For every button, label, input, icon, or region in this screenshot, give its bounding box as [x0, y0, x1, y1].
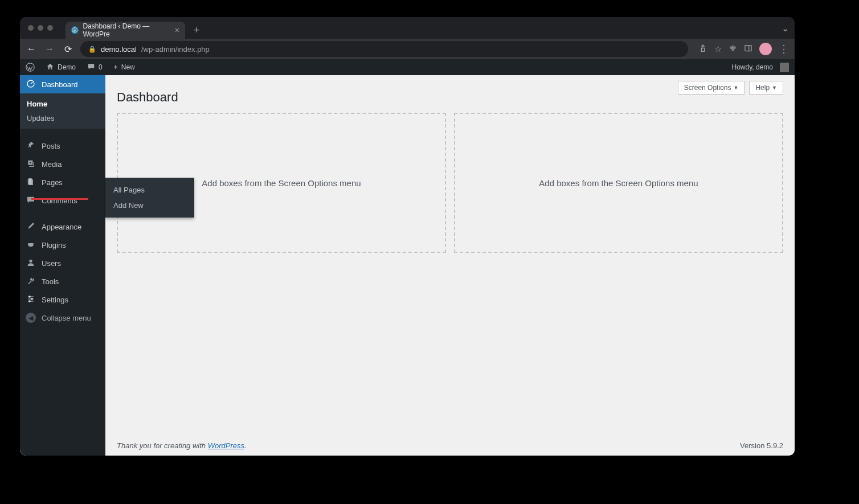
sidebar-item-pages[interactable]: Pages: [20, 173, 105, 191]
sidebar-item-tools[interactable]: Tools: [20, 272, 105, 290]
placeholder-text: Add boxes from the Screen Options menu: [539, 178, 698, 188]
sidebar-item-label: Pages: [42, 178, 63, 187]
svg-point-6: [30, 162, 31, 163]
collapse-icon: ◀: [26, 313, 36, 323]
comment-icon: [87, 63, 95, 72]
sidebar-item-users[interactable]: Users: [20, 254, 105, 272]
screen-meta-links: Screen Options ▼ Help ▼: [678, 81, 783, 95]
media-icon: [26, 159, 36, 170]
triangle-down-icon: ▼: [733, 85, 738, 91]
help-label: Help: [755, 84, 770, 92]
sidebar-item-settings[interactable]: Settings: [20, 290, 105, 309]
home-icon: [46, 63, 54, 72]
sidebar-item-label: Media: [42, 160, 62, 169]
url-host: demo.local: [101, 45, 137, 54]
browser-tabstrip: Dashboard ‹ Demo — WordPre × + ⌄: [20, 17, 795, 39]
tab-close-icon[interactable]: ×: [175, 26, 179, 35]
address-bar[interactable]: 🔒 demo.local/wp-admin/index.php: [80, 41, 688, 57]
plus-icon: +: [114, 63, 118, 71]
svg-rect-1: [745, 46, 751, 51]
adminbar-new[interactable]: + New: [108, 59, 141, 75]
sidebar-item-plugins[interactable]: Plugins: [20, 236, 105, 254]
page-icon: [26, 177, 36, 188]
adminbar-avatar: [780, 63, 789, 72]
plug-icon: [26, 240, 36, 251]
extensions-icon[interactable]: [729, 44, 737, 54]
admin-sidebar: Dashboard Home Updates Posts: [20, 75, 105, 456]
url-path: /wp-admin/index.php: [141, 45, 210, 54]
svg-rect-7: [28, 179, 32, 184]
svg-point-12: [29, 296, 31, 297]
footer-wp-link[interactable]: WordPress: [208, 441, 244, 450]
collapse-label: Collapse menu: [42, 314, 91, 322]
sidepanel-icon[interactable]: [744, 44, 752, 54]
adminbar-site-link[interactable]: Demo: [40, 59, 81, 75]
svg-point-14: [29, 300, 31, 302]
adminbar-account[interactable]: Howdy, demo: [726, 63, 795, 72]
browser-window: Dashboard ‹ Demo — WordPre × + ⌄ ← → ⟳ 🔒…: [20, 17, 795, 456]
sidebar-item-dashboard[interactable]: Dashboard: [20, 75, 105, 93]
back-button[interactable]: ←: [26, 44, 37, 54]
brush-icon: [26, 222, 36, 232]
window-max-dot[interactable]: [47, 25, 53, 31]
sidebar-item-appearance[interactable]: Appearance: [20, 218, 105, 236]
lock-icon: 🔒: [88, 46, 96, 53]
sidebar-item-label: Settings: [42, 296, 68, 304]
tab-title: Dashboard ‹ Demo — WordPre: [83, 22, 168, 38]
user-icon: [26, 258, 36, 269]
sidebar-item-label: Plugins: [42, 241, 66, 249]
window-close-dot[interactable]: [28, 25, 34, 31]
screen-options-toggle[interactable]: Screen Options ▼: [678, 81, 745, 95]
dashboard-icon: [26, 79, 36, 90]
placeholder-text: Add boxes from the Screen Options menu: [202, 178, 361, 188]
submenu-home[interactable]: Home: [20, 97, 105, 111]
adminbar-howdy: Howdy, demo: [732, 63, 773, 71]
tabs-dropdown-icon[interactable]: ⌄: [782, 23, 789, 34]
collapse-menu[interactable]: ◀ Collapse menu: [20, 309, 105, 327]
profile-avatar[interactable]: [759, 43, 772, 55]
sidebar-item-label: Dashboard: [42, 80, 78, 89]
browser-menu-icon[interactable]: ⋮: [779, 43, 789, 55]
flyout-all-pages[interactable]: All Pages: [105, 182, 194, 198]
sidebar-item-comments[interactable]: Comments: [20, 191, 105, 210]
share-icon[interactable]: [698, 44, 707, 55]
footer-thankyou: Thank you for creating with WordPress.: [117, 441, 247, 450]
triangle-down-icon: ▼: [772, 85, 777, 91]
annotation-underline-pages: [31, 198, 88, 200]
svg-point-8: [29, 259, 32, 262]
browser-tab[interactable]: Dashboard ‹ Demo — WordPre ×: [66, 22, 185, 39]
sidebar-item-label: Users: [42, 259, 61, 268]
adminbar-comments[interactable]: 0: [81, 59, 108, 75]
browser-toolbar: ← → ⟳ 🔒 demo.local/wp-admin/index.php ☆ …: [20, 39, 795, 59]
adminbar-site-name: Demo: [58, 63, 76, 71]
pushpin-icon: [26, 141, 36, 151]
wp-adminbar: Demo 0 + New Howdy, demo: [20, 59, 795, 75]
wordpress-admin: Demo 0 + New Howdy, demo: [20, 59, 795, 456]
sidebar-submenu-dashboard: Home Updates: [20, 93, 105, 129]
forward-button[interactable]: →: [44, 44, 55, 54]
footer-prefix: Thank you for creating with: [117, 441, 208, 450]
bookmark-star-icon[interactable]: ☆: [714, 44, 722, 54]
sidebar-item-label: Appearance: [42, 223, 81, 231]
sidebar-item-posts[interactable]: Posts: [20, 137, 105, 155]
admin-footer: Thank you for creating with WordPress. V…: [105, 436, 795, 456]
sidebar-item-label: Posts: [42, 142, 60, 150]
adminbar-wp-logo[interactable]: [20, 59, 40, 75]
sidebar-item-label: Comments: [42, 196, 77, 205]
sidebar-item-label: Tools: [42, 277, 59, 286]
help-toggle[interactable]: Help ▼: [749, 81, 783, 95]
sidebar-item-media[interactable]: Media: [20, 155, 105, 173]
dashboard-widgets: Add boxes from the Screen Options menu A…: [117, 113, 783, 253]
submenu-updates[interactable]: Updates: [20, 111, 105, 125]
reload-button[interactable]: ⟳: [62, 44, 73, 55]
footer-suffix: .: [244, 441, 247, 450]
footer-version: Version 5.9.2: [740, 441, 783, 450]
adminbar-new-label: New: [121, 63, 135, 71]
flyout-add-new[interactable]: Add New: [105, 198, 194, 213]
screen-options-label: Screen Options: [684, 84, 731, 92]
new-tab-button[interactable]: +: [190, 24, 203, 36]
window-controls[interactable]: [28, 25, 53, 31]
content-area: Screen Options ▼ Help ▼ Dashboard Add bo…: [105, 75, 795, 456]
pages-flyout-submenu: All Pages Add New: [105, 178, 194, 218]
window-min-dot[interactable]: [38, 25, 43, 31]
